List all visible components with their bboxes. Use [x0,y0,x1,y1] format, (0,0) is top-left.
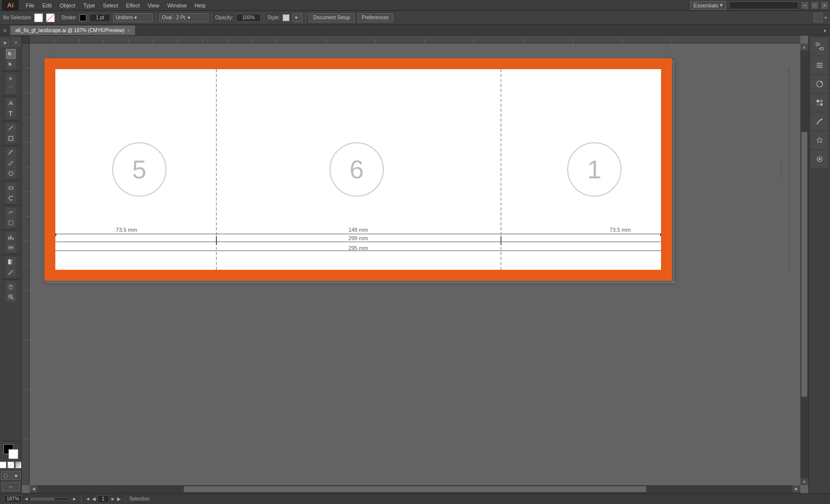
next-page-button[interactable]: ► [111,496,116,502]
scroll-up-button[interactable]: ▲ [800,43,808,50]
prev-page-button[interactable]: ◄ [85,496,90,502]
first-page-button[interactable]: ◀ [92,496,96,502]
draw-normal-icon[interactable]: ◯ [1,471,11,480]
minimize-button[interactable]: – [801,2,808,9]
style-dropdown[interactable]: ▾ [292,13,302,22]
transform-panel-button[interactable] [811,38,829,55]
essentials-button[interactable]: Essentials ▾ [690,1,726,10]
close-button[interactable]: × [821,2,828,9]
ruler-left [22,43,30,485]
menu-help[interactable]: Help [191,1,210,9]
preferences-button[interactable]: Preferences [358,13,393,22]
menu-window[interactable]: Window [164,1,191,9]
svg-rect-10 [12,238,13,240]
warp-tool[interactable] [6,208,16,217]
swatches-panel-button[interactable] [811,94,829,112]
svg-rect-68 [820,103,823,106]
line-tool[interactable] [6,123,16,133]
menu-edit[interactable]: Edit [39,1,56,9]
shape-dropdown[interactable]: Oval - 2 Pt. ▾ [159,13,208,22]
pen-tool[interactable] [6,98,16,108]
lasso-tool[interactable]: ⌒ [6,84,16,94]
menu-type[interactable]: Type [80,1,99,9]
opacity-input[interactable] [236,14,261,22]
menu-object[interactable]: Object [56,1,80,9]
measurement-line-top [55,234,661,234]
zoom-slider[interactable] [31,498,70,501]
rotate-tool[interactable] [6,193,16,203]
fill-swatch[interactable] [34,13,43,22]
free-transform-tool[interactable] [6,218,16,228]
tool-separator-9 [2,279,20,280]
meas-label-right: 73.5 mm [610,227,631,233]
gradient-tool[interactable] [6,257,16,267]
paintbrush-tool[interactable] [6,148,16,158]
tab-close-button[interactable]: × [127,28,130,33]
style-swatch[interactable] [283,14,290,21]
collapse-panel-button[interactable]: ✕ [11,38,21,47]
none-mode-icon[interactable] [7,462,14,468]
tab-panel-toggle[interactable]: ≡ [0,25,10,35]
type-tool[interactable]: T [6,109,16,119]
eyedropper-tool[interactable] [6,267,16,277]
shape-tool[interactable] [6,133,16,143]
page-number-input[interactable] [97,495,109,503]
menu-effect[interactable]: Effect [122,1,144,9]
document-tab[interactable]: a6_6s_gf_landscape.ai @ 187% (CMYK/Previ… [10,25,135,35]
stroke-color-swatch[interactable] [80,14,86,21]
selection-tool[interactable] [6,49,16,59]
tool-separator-3 [2,121,20,121]
stroke-weight-input[interactable] [89,14,110,22]
scrollbar-right[interactable]: ▲ ▼ [800,43,808,485]
mesh-tool[interactable] [6,243,16,252]
hand-tool[interactable] [6,282,16,292]
pencil-tool[interactable] [6,158,16,168]
opacity-label: Opacity: [215,15,233,20]
arrange-icon[interactable] [814,13,823,22]
column-graph-tool[interactable] [6,232,16,242]
canvas-area[interactable]: ▲ ▼ ◀ ▶ 5 [22,36,808,493]
menu-file[interactable]: File [22,1,39,9]
menu-select[interactable]: Select [99,1,122,9]
zoom-input[interactable] [4,495,22,503]
scroll-down-button[interactable]: ▼ [800,478,808,485]
document-setup-button[interactable]: Document Setup [309,13,355,22]
svg-rect-3 [9,136,13,140]
expand-panel-button[interactable]: ▶ [0,38,10,47]
eraser-tool[interactable] [6,183,16,193]
scroll-thumb-vertical[interactable] [801,132,807,397]
menu-view[interactable]: View [144,1,164,9]
symbols-panel-button[interactable] [811,131,829,149]
stroke-color[interactable] [8,449,18,459]
draw-behind-icon[interactable]: ◉ [12,471,21,480]
scrollbar-bottom[interactable]: ◀ ▶ [30,485,800,493]
tab-arrange-button[interactable]: ▸ [820,25,830,35]
tool-separator-2 [2,96,20,96]
toolbox: ▶ ✕ ✳ ⌒ T [0,36,22,493]
graphic-styles-button[interactable] [811,150,829,168]
zoom-tool[interactable] [6,292,16,302]
search-input[interactable] [729,1,798,9]
stroke-swatch[interactable] [46,13,55,22]
zoom-out-button[interactable]: ◄ [24,496,29,502]
normal-mode-icon[interactable] [0,462,6,468]
layers-panel-button[interactable] [811,56,829,74]
color-panel-button[interactable] [811,75,829,93]
scroll-thumb-horizontal[interactable] [184,486,646,492]
stroke-type-chevron-icon: ▾ [134,15,137,20]
shape-label: Oval - 2 Pt. [162,15,186,20]
last-page-button[interactable]: ▶ [117,496,121,502]
menu-bar: Ai File Edit Object Type Select Effect V… [0,0,830,11]
change-screen-mode-icon[interactable]: ▭ [2,482,20,491]
direct-selection-tool[interactable] [6,59,16,69]
gradient-mode-icon[interactable] [15,462,22,468]
stroke-type-dropdown[interactable]: Uniform ▾ [113,13,153,22]
scroll-left-button[interactable]: ◀ [30,485,38,492]
restore-button[interactable]: □ [811,2,818,9]
artboard[interactable]: 5 6 1 [44,58,672,281]
blob-brush-tool[interactable] [6,168,16,178]
brushes-panel-button[interactable] [811,113,829,130]
magic-wand-tool[interactable]: ✳ [6,74,16,84]
zoom-in-button[interactable]: ► [72,496,77,502]
scroll-right-button[interactable]: ▶ [792,485,800,492]
